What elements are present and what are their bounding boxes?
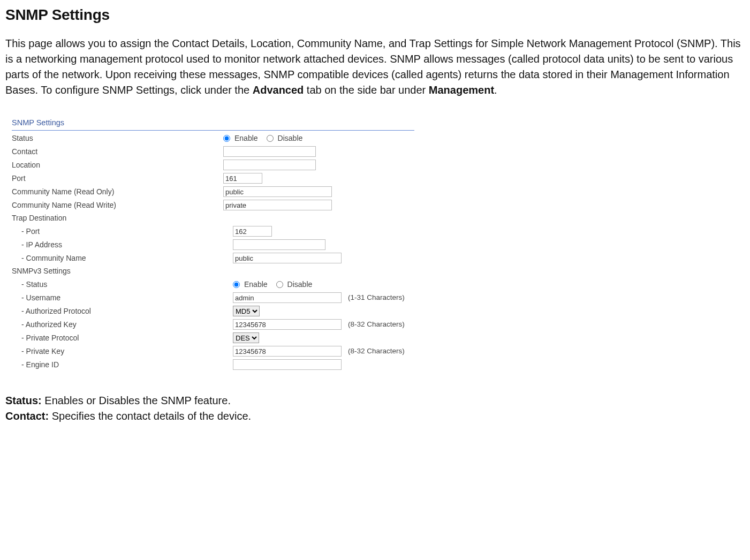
contact-label: Contact (12, 146, 223, 157)
trap-ip-label: - IP Address (12, 239, 233, 250)
v3-status-enable-radio[interactable] (233, 281, 240, 288)
snmp-settings-panel: SNMP Settings Status Enable Disable Cont… (12, 114, 414, 372)
v3-username-input[interactable] (233, 292, 342, 303)
trap-comm-label: - Community Name (12, 253, 233, 263)
status-enable-radio[interactable] (223, 135, 230, 142)
location-input[interactable] (223, 160, 316, 170)
v3-priv-proto-label: - Private Protocol (12, 332, 233, 343)
panel-divider (12, 130, 414, 131)
trap-comm-input[interactable] (233, 253, 342, 263)
comm-ro-label: Community Name (Read Only) (12, 186, 223, 197)
trap-port-input[interactable] (233, 226, 272, 237)
v3-status-label: - Status (12, 279, 233, 290)
v3-status-enable-label: Enable (244, 279, 268, 290)
v3-auth-key-label: - Authorized Key (12, 319, 233, 330)
intro-paragraph: This page allows you to assign the Conta… (5, 36, 745, 98)
page-title: SNMP Settings (5, 4, 745, 26)
trap-ip-input[interactable] (233, 239, 325, 250)
comm-rw-label: Community Name (Read Write) (12, 200, 223, 210)
comm-ro-input[interactable] (223, 186, 332, 197)
intro-advanced: Advanced (253, 84, 304, 96)
intro-management: Management (429, 84, 494, 96)
snmpv3-heading: SNMPv3 Settings (12, 265, 414, 278)
v3-priv-key-label: - Private Key (12, 346, 233, 357)
status-enable-label: Enable (234, 133, 258, 143)
status-label: Status (12, 133, 223, 143)
status-disable-radio[interactable] (267, 135, 274, 142)
intro-text-2: tab on the side bar under (304, 84, 429, 96)
v3-priv-proto-select[interactable]: DES (233, 332, 259, 343)
definitions: Status: Enables or Disables the SNMP fea… (5, 393, 745, 424)
v3-username-label: - Username (12, 292, 233, 303)
contact-input[interactable] (223, 146, 316, 157)
v3-auth-key-input[interactable] (233, 319, 342, 330)
v3-auth-key-hint: (8-32 Characters) (348, 319, 405, 330)
v3-status-disable-label: Disable (287, 279, 313, 290)
port-input[interactable] (223, 173, 262, 184)
comm-rw-input[interactable] (223, 200, 332, 210)
v3-auth-proto-select[interactable]: MD5 (233, 306, 260, 316)
v3-status-disable-radio[interactable] (276, 281, 283, 288)
def-status-text: Enables or Disables the SNMP feature. (42, 395, 231, 406)
intro-text-3: . (494, 84, 497, 96)
v3-priv-key-hint: (8-32 Characters) (348, 346, 405, 357)
trap-port-label: - Port (12, 226, 233, 237)
v3-auth-proto-label: - Authorized Protocol (12, 306, 233, 316)
v3-username-hint: (1-31 Characters) (348, 292, 405, 303)
def-contact-label: Contact: (5, 410, 49, 422)
trap-destination-heading: Trap Destination (12, 212, 414, 225)
status-disable-label: Disable (278, 133, 303, 143)
location-label: Location (12, 160, 223, 170)
v3-engine-label: - Engine ID (12, 359, 233, 370)
v3-priv-key-input[interactable] (233, 346, 342, 357)
panel-heading: SNMP Settings (12, 114, 414, 130)
def-status-label: Status: (5, 395, 42, 406)
def-contact-text: Specifies the contact details of the dev… (49, 410, 251, 422)
v3-engine-input[interactable] (233, 359, 342, 370)
port-label: Port (12, 173, 223, 184)
